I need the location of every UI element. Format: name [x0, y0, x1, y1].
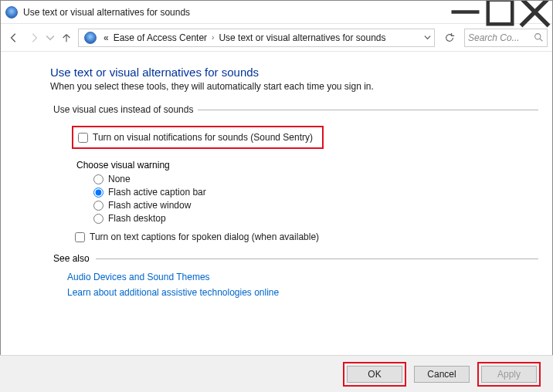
- visual-warning-radio-group: None Flash active caption bar Flash acti…: [93, 174, 538, 224]
- apply-button[interactable]: Apply: [481, 366, 537, 383]
- recent-dropdown[interactable]: [46, 29, 55, 46]
- refresh-button[interactable]: [441, 29, 458, 46]
- forward-button[interactable]: [25, 29, 42, 46]
- ok-button[interactable]: OK: [347, 366, 402, 383]
- page-title: Use text or visual alternatives for soun…: [50, 66, 538, 79]
- checkbox-input[interactable]: [75, 232, 85, 242]
- svg-point-4: [535, 34, 541, 39]
- sound-sentry-checkbox[interactable]: Turn on visual notifications for sounds …: [72, 126, 324, 149]
- footer-button-bar: OK Cancel Apply: [0, 355, 553, 392]
- window-title: Use text or visual alternatives for soun…: [23, 7, 448, 18]
- page-subtitle: When you select these tools, they will a…: [50, 81, 538, 92]
- close-button[interactable]: [517, 1, 552, 23]
- search-input[interactable]: Search Co...: [464, 29, 548, 47]
- app-icon: [5, 6, 18, 19]
- checkbox-label: Turn on visual notifications for sounds …: [93, 132, 313, 143]
- choose-visual-warning-label: Choose visual warning: [76, 160, 538, 171]
- group-legend: Use visual cues instead of sounds: [53, 104, 538, 115]
- breadcrumb-overflow-icon: «: [103, 32, 107, 43]
- nav-bar: « Ease of Access Center › Use text or vi…: [1, 24, 552, 52]
- chevron-right-icon: ›: [212, 33, 214, 42]
- radio-caption-bar[interactable]: Flash active caption bar: [93, 187, 538, 198]
- radio-label: Flash desktop: [108, 213, 166, 224]
- search-placeholder: Search Co...: [468, 32, 531, 43]
- minimize-button[interactable]: [448, 1, 483, 23]
- radio-label: None: [108, 174, 131, 184]
- breadcrumb[interactable]: « Ease of Access Center › Use text or vi…: [78, 29, 435, 47]
- control-panel-icon: [84, 32, 97, 44]
- radio-input[interactable]: [93, 174, 103, 184]
- breadcrumb-item[interactable]: Ease of Access Center: [114, 32, 207, 43]
- link-audio-devices[interactable]: Audio Devices and Sound Themes: [67, 272, 538, 282]
- radio-input[interactable]: [93, 201, 103, 211]
- checkbox-label: Turn on text captions for spoken dialog …: [90, 231, 319, 242]
- breadcrumb-item[interactable]: Use text or visual alternatives for soun…: [219, 32, 385, 43]
- radio-label: Flash active caption bar: [108, 187, 206, 198]
- maximize-button[interactable]: [483, 1, 517, 23]
- see-also-group: See also Audio Devices and Sound Themes …: [50, 253, 538, 298]
- svg-line-5: [540, 39, 542, 41]
- radio-input[interactable]: [93, 188, 103, 198]
- ok-highlight: OK: [343, 362, 406, 387]
- see-also-legend: See also: [53, 253, 538, 264]
- radio-none[interactable]: None: [93, 174, 538, 184]
- radio-desktop[interactable]: Flash desktop: [93, 213, 538, 224]
- visual-cues-group: Use visual cues instead of sounds Turn o…: [50, 104, 538, 242]
- content-area: Use text or visual alternatives for soun…: [1, 52, 552, 298]
- radio-input[interactable]: [93, 214, 103, 224]
- chevron-down-icon[interactable]: [424, 34, 431, 41]
- title-bar: Use text or visual alternatives for soun…: [1, 1, 552, 24]
- search-icon: [534, 32, 544, 42]
- text-captions-checkbox[interactable]: Turn on text captions for spoken dialog …: [75, 231, 538, 242]
- radio-active-window[interactable]: Flash active window: [93, 200, 538, 211]
- checkbox-input[interactable]: [78, 133, 88, 143]
- back-button[interactable]: [5, 29, 22, 46]
- up-button[interactable]: [58, 29, 75, 46]
- radio-label: Flash active window: [108, 200, 191, 211]
- cancel-button[interactable]: Cancel: [414, 366, 470, 383]
- link-assistive-tech[interactable]: Learn about additional assistive technol…: [67, 287, 538, 298]
- svg-rect-1: [488, 0, 513, 24]
- apply-highlight: Apply: [477, 362, 541, 387]
